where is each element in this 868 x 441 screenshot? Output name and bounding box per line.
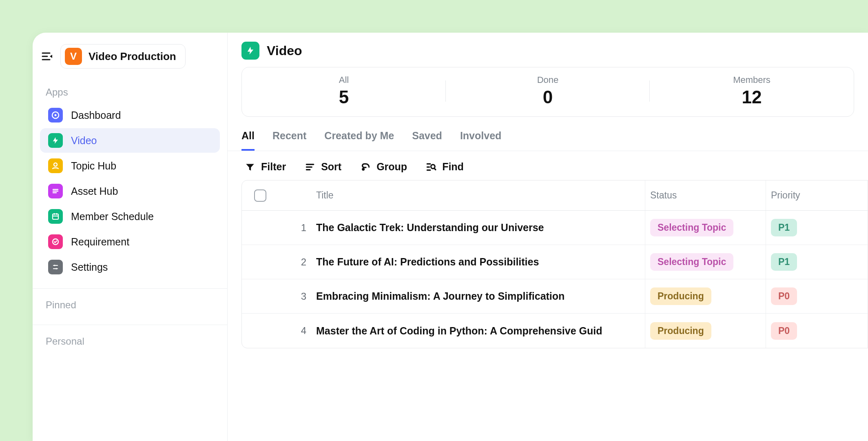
- divider: [33, 325, 227, 325]
- row-priority: P1: [766, 245, 868, 279]
- group-button[interactable]: Group: [360, 161, 407, 173]
- video-table: Title Status Priority 1The Galactic Trek…: [241, 180, 868, 348]
- col-title[interactable]: Title: [311, 190, 645, 201]
- sidebar-item-member-schedule[interactable]: Member Schedule: [40, 204, 220, 229]
- stat-members[interactable]: Members 12: [650, 75, 854, 107]
- sidebar-item-settings[interactable]: Settings: [40, 255, 220, 279]
- filter-button[interactable]: Filter: [245, 161, 286, 173]
- row-priority: P0: [766, 279, 868, 313]
- sidebar-item-label: Dashboard: [71, 109, 121, 121]
- tab-involved[interactable]: Involved: [460, 130, 501, 151]
- col-priority[interactable]: Priority: [766, 180, 868, 210]
- svg-line-26: [434, 168, 436, 169]
- row-index: 3: [279, 291, 311, 302]
- table-row[interactable]: 3Embracing Minimalism: A Journey to Simp…: [242, 279, 868, 314]
- stat-done[interactable]: Done 0: [446, 75, 650, 107]
- filter-icon: [245, 162, 255, 172]
- svg-point-21: [362, 167, 365, 170]
- svg-point-17: [55, 268, 57, 270]
- row-status: Producing: [645, 314, 766, 348]
- svg-point-15: [54, 265, 55, 266]
- stat-label: Done: [537, 75, 559, 85]
- table-row[interactable]: 4Master the Art of Coding in Python: A C…: [242, 314, 868, 348]
- row-status: Selecting Topic: [645, 211, 766, 245]
- status-badge: Producing: [650, 287, 711, 305]
- select-all-checkbox[interactable]: [254, 189, 266, 202]
- divider: [33, 288, 227, 289]
- page-title: Video: [267, 43, 302, 58]
- find-button[interactable]: Find: [426, 161, 464, 173]
- row-status: Producing: [645, 279, 766, 313]
- schedule-icon: [48, 209, 63, 224]
- stat-label: All: [339, 75, 349, 85]
- sidebar-item-label: Topic Hub: [71, 160, 116, 172]
- group-icon: [360, 162, 371, 172]
- stat-value: 5: [339, 87, 349, 107]
- table-row[interactable]: 2The Future of AI: Predictions and Possi…: [242, 245, 868, 279]
- section-apps-label: Apps: [33, 76, 227, 103]
- sidebar-item-video[interactable]: Video: [40, 128, 220, 153]
- sidebar-item-asset-hub[interactable]: Asset Hub: [40, 179, 220, 203]
- tab-recent[interactable]: Recent: [272, 130, 306, 151]
- asset-hub-icon: [48, 184, 63, 198]
- tool-label: Sort: [321, 161, 341, 173]
- page-header: Video: [228, 33, 868, 67]
- row-index: 4: [279, 325, 311, 336]
- sort-icon: [305, 162, 315, 172]
- video-icon: [48, 133, 63, 148]
- sidebar-item-topic-hub[interactable]: Topic Hub: [40, 154, 220, 178]
- status-badge: Producing: [650, 322, 711, 340]
- col-status[interactable]: Status: [645, 180, 766, 210]
- sidebar: V Video Production Apps Dashboard Video: [33, 33, 228, 441]
- priority-badge: P0: [771, 287, 797, 305]
- row-index: 2: [279, 256, 311, 268]
- sidebar-item-label: Video: [71, 135, 97, 147]
- tab-all[interactable]: All: [241, 130, 255, 151]
- tabs: All Recent Created by Me Saved Involved: [228, 120, 868, 151]
- collapse-sidebar-icon[interactable]: [41, 50, 54, 63]
- sidebar-item-dashboard[interactable]: Dashboard: [40, 103, 220, 127]
- sidebar-item-label: Asset Hub: [71, 185, 118, 197]
- app-window: V Video Production Apps Dashboard Video: [33, 33, 868, 441]
- section-pinned-label: Pinned: [33, 298, 227, 316]
- topic-hub-icon: [48, 158, 63, 173]
- sidebar-item-label: Requirement: [71, 236, 129, 248]
- page-icon: [241, 42, 259, 60]
- stat-value: 0: [543, 87, 553, 107]
- row-title: The Galactic Trek: Understanding our Uni…: [311, 222, 645, 234]
- table-toolbar: Filter Sort Group Find: [228, 151, 868, 180]
- row-title: The Future of AI: Predictions and Possib…: [311, 256, 645, 268]
- stat-value: 12: [742, 87, 762, 107]
- stats-card: All 5 Done 0 Members 12: [241, 67, 854, 117]
- stat-all[interactable]: All 5: [242, 75, 446, 107]
- workspace-name: Video Production: [89, 50, 176, 63]
- sort-button[interactable]: Sort: [305, 161, 341, 173]
- row-priority: P0: [766, 314, 868, 348]
- row-title: Master the Art of Coding in Python: A Co…: [311, 325, 645, 337]
- tool-label: Filter: [261, 161, 286, 173]
- stat-label: Members: [733, 75, 771, 85]
- sidebar-item-requirement[interactable]: Requirement: [40, 229, 220, 254]
- sidebar-nav: Dashboard Video Topic Hub Asset Hub: [33, 103, 227, 279]
- row-status: Selecting Topic: [645, 245, 766, 279]
- tool-label: Group: [376, 161, 407, 173]
- sidebar-item-label: Settings: [71, 261, 108, 273]
- table-row[interactable]: 1The Galactic Trek: Understanding our Un…: [242, 211, 868, 245]
- settings-icon: [48, 260, 63, 274]
- find-icon: [426, 162, 436, 172]
- priority-badge: P1: [771, 253, 797, 271]
- svg-point-4: [55, 114, 57, 116]
- status-badge: Selecting Topic: [650, 219, 733, 236]
- tab-saved[interactable]: Saved: [412, 130, 442, 151]
- sidebar-item-label: Member Schedule: [71, 211, 154, 223]
- priority-badge: P1: [771, 219, 797, 236]
- section-personal-label: Personal: [33, 334, 227, 352]
- status-badge: Selecting Topic: [650, 253, 733, 271]
- table-header-row: Title Status Priority: [242, 180, 868, 211]
- main-content: Video All 5 Done 0 Members 12 All Recent…: [228, 33, 868, 441]
- tab-created-by-me[interactable]: Created by Me: [324, 130, 394, 151]
- tool-label: Find: [442, 161, 464, 173]
- priority-badge: P0: [771, 322, 797, 340]
- row-title: Embracing Minimalism: A Journey to Simpl…: [311, 290, 645, 302]
- workspace-selector[interactable]: V Video Production: [60, 44, 186, 69]
